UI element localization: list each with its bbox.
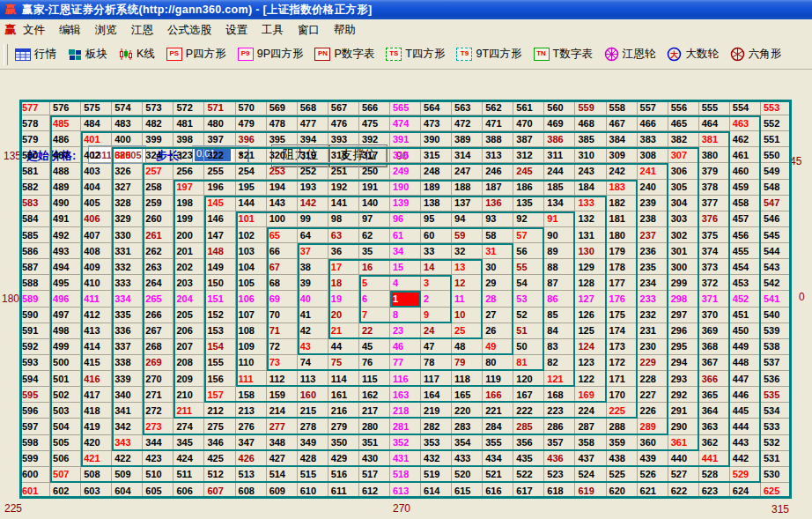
grid-cell[interactable]: 74: [298, 355, 328, 371]
grid-cell[interactable]: 577: [19, 100, 50, 115]
grid-cell[interactable]: 218: [390, 403, 421, 419]
grid-cell[interactable]: 498: [50, 323, 81, 339]
grid-cell[interactable]: 540: [761, 308, 792, 323]
grid-cell[interactable]: 620: [607, 483, 638, 499]
grid-cell[interactable]: 395: [267, 131, 298, 147]
grid-cell[interactable]: 580: [19, 147, 50, 163]
grid-cell[interactable]: 379: [699, 163, 730, 179]
grid-cell[interactable]: 594: [19, 371, 50, 387]
grid-cell[interactable]: 329: [112, 211, 143, 227]
grid-cell[interactable]: 56: [513, 243, 544, 259]
grid-cell[interactable]: 221: [483, 403, 513, 419]
grid-cell[interactable]: 156: [204, 371, 235, 387]
grid-cell[interactable]: 365: [699, 387, 730, 403]
grid-cell[interactable]: 235: [638, 259, 668, 275]
grid-cell[interactable]: 518: [390, 467, 421, 483]
grid-cell[interactable]: 418: [81, 403, 112, 419]
grid-cell[interactable]: 355: [483, 435, 513, 451]
grid-cell[interactable]: 617: [513, 483, 544, 499]
grid-cell[interactable]: 428: [298, 451, 328, 467]
grid-cell[interactable]: 440: [668, 451, 699, 467]
grid-cell[interactable]: 458: [730, 196, 761, 211]
grid-cell[interactable]: 613: [390, 483, 421, 499]
grid-cell[interactable]: 49: [483, 339, 513, 355]
grid-cell[interactable]: 547: [761, 196, 792, 211]
grid-cell[interactable]: 618: [544, 483, 575, 499]
grid-cell[interactable]: 199: [173, 211, 204, 227]
grid-cell[interactable]: 349: [298, 435, 328, 451]
grid-cell[interactable]: 469: [544, 115, 575, 131]
grid-cell[interactable]: 338: [112, 355, 143, 371]
grid-cell[interactable]: 178: [607, 259, 638, 275]
grid-cell[interactable]: 273: [143, 419, 173, 434]
grid-cell[interactable]: 384: [607, 131, 638, 147]
grid-cell[interactable]: 357: [544, 435, 575, 451]
grid-cell[interactable]: 343: [112, 435, 143, 451]
grid-cell[interactable]: 538: [761, 339, 792, 355]
toolbar-button-9[interactable]: 江恩轮: [604, 47, 656, 62]
grid-cell[interactable]: 185: [544, 180, 575, 196]
grid-cell[interactable]: 104: [236, 259, 267, 275]
grid-cell[interactable]: 62: [359, 227, 390, 243]
grid-cell[interactable]: 258: [143, 180, 173, 196]
grid-cell[interactable]: 105: [236, 275, 267, 291]
grid-cell[interactable]: 143: [267, 196, 298, 211]
grid-cell[interactable]: 352: [390, 435, 421, 451]
grid-cell[interactable]: 319: [298, 147, 328, 163]
grid-cell[interactable]: 53: [513, 291, 544, 307]
grid-cell[interactable]: 3: [421, 275, 452, 291]
grid-cell[interactable]: 480: [204, 115, 235, 131]
grid-cell[interactable]: 87: [544, 275, 575, 291]
grid-cell[interactable]: 18: [328, 275, 359, 291]
grid-cell[interactable]: 127: [575, 291, 606, 307]
grid-cell[interactable]: 248: [421, 163, 452, 179]
grid-cell[interactable]: 13: [452, 259, 483, 275]
grid-cell[interactable]: 563: [452, 100, 483, 115]
grid-cell[interactable]: 59: [452, 227, 483, 243]
grid-cell[interactable]: 317: [359, 147, 390, 163]
grid-cell[interactable]: 381: [699, 131, 730, 147]
grid-cell[interactable]: 324: [143, 147, 173, 163]
grid-cell[interactable]: 174: [607, 323, 638, 339]
grid-cell[interactable]: 361: [668, 435, 699, 451]
grid-cell[interactable]: 291: [668, 403, 699, 419]
grid-cell[interactable]: 519: [421, 467, 452, 483]
grid-cell[interactable]: 354: [452, 435, 483, 451]
grid-cell[interactable]: 175: [607, 308, 638, 323]
grid-cell[interactable]: 29: [483, 275, 513, 291]
grid-cell[interactable]: 88: [544, 259, 575, 275]
grid-cell[interactable]: 490: [50, 196, 81, 211]
grid-cell[interactable]: 494: [50, 259, 81, 275]
grid-cell[interactable]: 364: [699, 403, 730, 419]
grid-cell[interactable]: 610: [298, 483, 328, 499]
menu-item-7[interactable]: 窗口: [298, 24, 320, 36]
grid-cell[interactable]: 380: [699, 147, 730, 163]
toolbar-grip[interactable]: [4, 44, 8, 65]
grid-cell[interactable]: 430: [359, 451, 390, 467]
grid-cell[interactable]: 42: [298, 323, 328, 339]
grid-cell[interactable]: 65: [267, 227, 298, 243]
grid-cell[interactable]: 15: [390, 259, 421, 275]
grid-cell[interactable]: 399: [143, 131, 173, 147]
grid-cell[interactable]: 132: [575, 211, 606, 227]
grid-cell[interactable]: 520: [452, 467, 483, 483]
grid-cell[interactable]: 607: [204, 483, 235, 499]
grid-cell[interactable]: 280: [359, 419, 390, 434]
grid-cell[interactable]: 66: [267, 243, 298, 259]
grid-cell[interactable]: 330: [112, 227, 143, 243]
grid-cell[interactable]: 108: [236, 323, 267, 339]
grid-cell[interactable]: 148: [204, 243, 235, 259]
grid-cell[interactable]: 23: [390, 323, 421, 339]
grid-cell[interactable]: 261: [143, 227, 173, 243]
grid-cell[interactable]: 565: [390, 100, 421, 115]
grid-cell[interactable]: 359: [607, 435, 638, 451]
grid-cell[interactable]: 529: [730, 467, 761, 483]
grid-cell[interactable]: 517: [359, 467, 390, 483]
grid-cell[interactable]: 287: [575, 419, 606, 434]
grid-cell[interactable]: 162: [359, 387, 390, 403]
grid-cell[interactable]: 36: [328, 243, 359, 259]
grid-cell[interactable]: 412: [81, 308, 112, 323]
grid-cell[interactable]: 442: [730, 451, 761, 467]
menu-item-1[interactable]: 编辑: [59, 24, 81, 36]
grid-cell[interactable]: 28: [483, 291, 513, 307]
